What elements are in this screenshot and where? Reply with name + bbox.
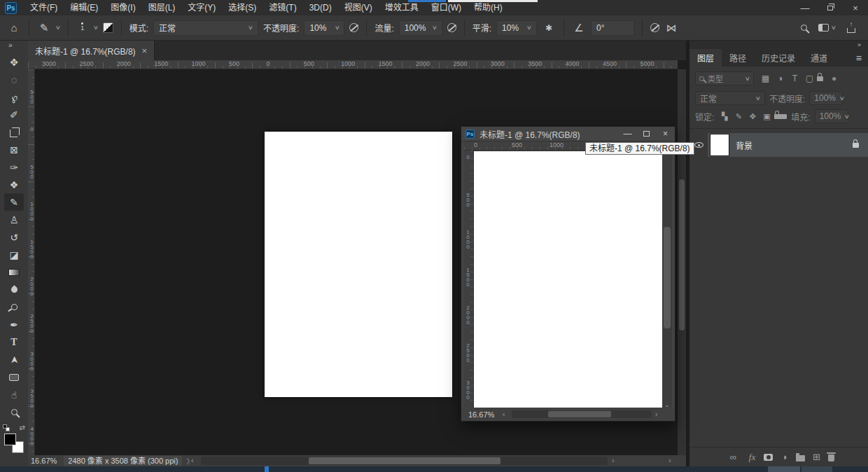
brush-tool[interactable]: ✎	[4, 193, 24, 211]
opacity-pressure-icon[interactable]	[349, 23, 358, 32]
toolbar-collapse-icon[interactable]: »	[0, 41, 13, 50]
lock-artboard-icon[interactable]: ▣	[760, 111, 773, 122]
healing-brush-tool[interactable]: ❖	[4, 176, 24, 193]
filter-toggle-icon[interactable]: ●	[827, 73, 841, 84]
brush-preset-icon[interactable]: ✎	[37, 22, 51, 34]
scroll-right-icon[interactable]: ›	[668, 456, 671, 464]
type-layer-filter-icon[interactable]: T	[788, 73, 802, 84]
default-colors-icon[interactable]	[3, 424, 10, 431]
menu-item[interactable]: 3D(D)	[303, 0, 338, 15]
foreground-color-swatch[interactable]	[4, 433, 16, 445]
vertical-scrollbar-thumb[interactable]	[679, 179, 685, 331]
home-icon[interactable]: ⌂	[7, 22, 21, 34]
scroll-left-icon[interactable]: ‹	[191, 456, 194, 464]
smoothing-select[interactable]: 10% ∨	[496, 20, 537, 36]
horizontal-scrollbar[interactable]	[201, 457, 608, 465]
path-select-tool[interactable]: ➤	[4, 351, 24, 368]
airbrush-icon[interactable]	[447, 23, 456, 32]
minimize-button[interactable]: —	[618, 127, 637, 141]
restore-window-button[interactable]	[818, 0, 843, 15]
new-group-icon[interactable]	[796, 455, 805, 461]
horizontal-scrollbar[interactable]	[512, 410, 652, 418]
lock-position-icon[interactable]: ✥	[746, 111, 759, 122]
horizontal-scrollbar-thumb[interactable]	[309, 457, 500, 464]
close-button[interactable]: ×	[656, 127, 675, 141]
history-brush-tool[interactable]: ↺	[4, 228, 24, 246]
menu-item[interactable]: 帮助(H)	[468, 0, 509, 15]
menu-item[interactable]: 图层(L)	[142, 0, 182, 15]
minimize-window-button[interactable]: —	[792, 0, 818, 15]
floating-window-title-bar[interactable]: Ps 未标题-1 @ 16.7%(RGB/8) — ×	[461, 127, 675, 141]
pixel-layer-filter-icon[interactable]: ▦	[758, 73, 773, 84]
lasso-tool[interactable]: ℘	[4, 88, 24, 106]
pen-tool[interactable]: ✒	[4, 316, 24, 333]
layer-fill-select[interactable]: 100% ∨	[815, 109, 848, 123]
lock-transparent-pixels-icon[interactable]: ▚	[718, 111, 731, 122]
brush-angle-field[interactable]: 0°	[591, 20, 634, 36]
panel-tab[interactable]: 通道	[803, 49, 835, 67]
adjustment-layer-filter-icon[interactable]: ◑	[773, 73, 788, 84]
chevron-down-icon[interactable]: ∨	[55, 25, 61, 31]
link-layers-icon[interactable]: ∞	[726, 452, 741, 463]
dodge-tool[interactable]	[4, 298, 24, 316]
symmetry-butterfly-icon[interactable]: ⋈	[664, 22, 678, 34]
swap-colors-icon[interactable]: ⇄	[20, 424, 25, 431]
horizontal-scrollbar-thumb[interactable]	[548, 411, 611, 417]
panel-tab[interactable]: 历史记录	[754, 49, 803, 67]
brush-settings-panel-toggle-icon[interactable]	[103, 22, 113, 33]
shape-layer-filter-icon[interactable]: ▢	[802, 73, 817, 84]
menu-item[interactable]: 编辑(E)	[64, 0, 104, 15]
maximize-button[interactable]	[637, 127, 656, 141]
layer-thumbnail[interactable]	[710, 134, 729, 155]
rectangle-tool[interactable]	[4, 368, 24, 386]
menu-item[interactable]: 文件(F)	[24, 0, 64, 15]
gradient-tool[interactable]	[4, 263, 24, 281]
zoom-tool[interactable]	[4, 403, 24, 421]
search-icon[interactable]	[801, 25, 807, 31]
new-adjustment-layer-icon[interactable]: ◑	[777, 452, 792, 463]
crop-tool[interactable]	[4, 123, 24, 141]
panel-tab[interactable]: 图层	[690, 49, 722, 67]
layer-opacity-select[interactable]: 100% ∨	[809, 91, 843, 105]
panel-tab[interactable]: 路径	[722, 49, 754, 67]
menu-item[interactable]: 滤镜(T)	[262, 0, 302, 15]
share-icon[interactable]	[847, 28, 855, 33]
document-canvas[interactable]	[265, 132, 452, 397]
clone-stamp-tool[interactable]: ♙	[4, 211, 24, 228]
close-window-button[interactable]: ×	[843, 0, 868, 15]
chevron-down-icon[interactable]: ∨	[93, 25, 99, 31]
menu-item[interactable]: 文字(Y)	[181, 0, 222, 15]
opacity-select[interactable]: 10% ∨	[304, 20, 344, 36]
layer-name[interactable]: 背景	[736, 139, 752, 151]
panel-menu-icon[interactable]: ≡	[850, 49, 868, 67]
brush-preset-picker[interactable]: 1	[76, 22, 89, 33]
document-tab[interactable]: 未标题-1 @ 16.7%(RGB/8) ×	[28, 41, 155, 60]
layer-blend-mode-select[interactable]: 正常 ∨	[695, 91, 765, 105]
lock-all-icon[interactable]	[774, 114, 787, 119]
hand-tool[interactable]: ☝	[4, 386, 24, 403]
vertical-scrollbar-thumb[interactable]	[664, 227, 671, 328]
type-tool[interactable]: T	[4, 333, 24, 351]
menu-item[interactable]: 视图(V)	[338, 0, 379, 15]
menu-item[interactable]: 增效工具	[379, 0, 425, 15]
背景[interactable]: 背景	[690, 133, 868, 157]
smoothing-gear-icon[interactable]: ✱	[542, 23, 556, 33]
eraser-tool[interactable]: ◪	[4, 246, 24, 263]
zoom-level[interactable]: 16.67%	[31, 457, 57, 465]
workspace-switcher[interactable]: ∨	[818, 24, 836, 32]
eyedropper-tool[interactable]: ✑	[4, 158, 24, 176]
layer-filter-select[interactable]: 类型 ∨	[695, 71, 754, 85]
smart-object-filter-icon[interactable]	[817, 76, 823, 81]
panel-collapse-icon[interactable]: »	[690, 41, 868, 49]
blur-tool[interactable]	[4, 281, 24, 298]
blend-mode-select[interactable]: 正常 ∨	[153, 20, 258, 36]
size-pressure-icon[interactable]	[650, 23, 659, 32]
new-layer-icon[interactable]: ⊞	[809, 452, 824, 463]
scroll-right-icon[interactable]: ›	[612, 456, 615, 464]
menu-item[interactable]: 窗口(W)	[425, 0, 468, 15]
close-tab-icon[interactable]: ×	[142, 46, 148, 56]
flow-select[interactable]: 100% ∨	[399, 20, 442, 36]
lock-image-pixels-icon[interactable]: ✎	[732, 111, 745, 122]
document-canvas[interactable]	[474, 151, 664, 409]
frame-tool[interactable]: ⊠	[4, 141, 24, 158]
